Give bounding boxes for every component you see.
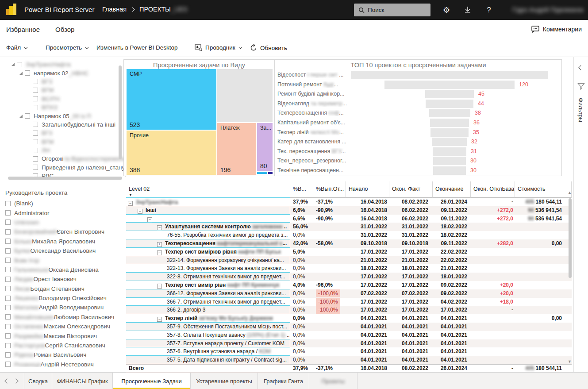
treemap-block-tiny-cyan[interactable] <box>257 172 267 174</box>
manager-slicer-item[interactable]: Лисак Богдан Степанович <box>4 284 126 293</box>
tree-item-checkbox[interactable] <box>33 105 38 110</box>
comments-button[interactable]: Комментарии <box>531 26 582 33</box>
treemap-block-platezh[interactable]: Платеж 196 <box>217 123 256 175</box>
manager-item-checkbox[interactable] <box>5 239 11 244</box>
manager-slicer-item[interactable]: Гальчинська Оксана Денисівна <box>4 265 126 274</box>
funnel-bar[interactable] <box>426 100 473 108</box>
tree-slicer-item[interactable]: Огорожі та Відеоспостереження <box>4 154 125 163</box>
help-icon[interactable]: ? <box>483 4 495 16</box>
matrix-row[interactable]: 366-7. Отримання технічних вимог до пред… <box>126 298 572 306</box>
tree-item-checkbox[interactable] <box>33 131 38 136</box>
manager-slicer-item[interactable]: Розаннця Андрій Нестерович <box>4 360 126 367</box>
manager-slicer-item[interactable]: Рідкош Роман Васильович <box>4 350 126 359</box>
manager-item-checkbox[interactable] <box>5 229 11 235</box>
row-expander-toggle[interactable]: − <box>157 317 162 322</box>
manager-item-checkbox[interactable] <box>5 267 11 272</box>
settings-gear-icon[interactable]: ⚙ <box>441 4 452 16</box>
treemap-block-smr[interactable]: СМР 523 <box>127 69 216 130</box>
nav-browse[interactable]: Обзор <box>55 26 74 33</box>
scroll-up-arrow[interactable]: ▲ <box>568 190 572 195</box>
funnel-bar[interactable] <box>384 81 515 89</box>
matrix-row[interactable]: 366-2. договір 30,0%-100,0%17.01.202217.… <box>126 306 572 314</box>
matrix-row[interactable]: −Інші6,6%-90,9%16.04.201806.02.202209.11… <box>126 206 572 215</box>
matrix-row[interactable]: 357-6. Внутрішня установча нарада / КОМ0… <box>126 347 572 356</box>
manager-slicer-item[interactable]: Безкоровайний Євген Вікторович <box>4 227 126 236</box>
tree-slicer-item[interactable]: ВГЗ <box>4 77 125 86</box>
breadcrumb-home[interactable]: Главная <box>102 6 127 13</box>
manager-item-checkbox[interactable] <box>5 305 11 310</box>
edit-in-desktop-button[interactable]: Изменить в Power BI Desktop <box>96 44 178 51</box>
tree-slicer-horizontal-scrollbar[interactable] <box>8 177 122 180</box>
tree-item-checkbox[interactable] <box>33 88 38 93</box>
tree-item-checkbox[interactable] <box>33 79 38 84</box>
tree-slicer-item[interactable]: ЗнрТрансНафта <box>4 60 125 69</box>
manager-slicer-item[interactable]: Лагдан Орест Іванович <box>4 274 126 284</box>
tree-slicer-item[interactable]: ВС/ПЧ <box>4 95 125 103</box>
tree-slicer-item[interactable]: ВГМ <box>4 86 125 94</box>
treemap-block-za[interactable]: За... 80 <box>257 123 273 171</box>
tabs-scroll-right-icon[interactable] <box>13 378 18 383</box>
manager-item-checkbox[interactable] <box>5 220 11 225</box>
manager-slicer-item[interactable]: Unknown <box>4 218 126 227</box>
funnel-bar[interactable] <box>425 90 474 98</box>
funnel-bar[interactable] <box>430 119 469 127</box>
manager-item-checkbox[interactable] <box>5 201 11 206</box>
filters-rail-label[interactable]: Фильтры <box>577 98 584 122</box>
matrix-row[interactable]: 357-8. Сплата Покупцем авансу (100%) (Ет… <box>126 331 572 339</box>
refresh-button[interactable]: Обновить <box>250 44 287 51</box>
nav-favorites[interactable]: Избранное <box>6 26 40 33</box>
tree-slicer-item[interactable]: Приведення до належн_стану <box>4 163 125 172</box>
matrix-row[interactable]: 357-9. Обстеження Постачальником місць п… <box>126 323 572 331</box>
funnel-bar[interactable] <box>433 166 466 175</box>
manager-item-checkbox[interactable] <box>5 296 11 301</box>
manager-slicer-item[interactable]: Administrator <box>4 208 126 217</box>
tree-item-checkbox[interactable] <box>25 70 30 76</box>
row-expander-toggle[interactable]: − <box>157 250 162 255</box>
matrix-row[interactable]: 322-14. Формування розрахунку очікуваної… <box>126 256 572 265</box>
matrix-row[interactable]: −Техпер ліній зв'язку Мо Буськ/у Держком… <box>126 314 572 323</box>
row-expander-toggle[interactable]: + <box>157 242 162 247</box>
treemap-block-prochie[interactable]: Прочие 388 <box>127 131 216 175</box>
user-account-name[interactable]: Гідро Андрій Підкоманок <box>512 6 584 13</box>
tree-slicer-item[interactable]: ВГЗ <box>4 129 125 137</box>
page-tab-6[interactable]: Проекты <box>309 373 357 389</box>
tree-expand-icon[interactable] <box>19 115 23 118</box>
matrix-row[interactable]: 322-8. Отримання технічних вимог до пред… <box>126 273 572 281</box>
treemap-block-hidden[interactable] <box>217 69 273 122</box>
treemap-block-tiny-navy[interactable] <box>268 172 273 174</box>
manager-item-checkbox[interactable] <box>5 258 11 263</box>
explorer-menu[interactable]: Проводник <box>195 44 241 51</box>
manager-slicer-item[interactable]: Остапенко Максим Олександрович <box>4 322 126 331</box>
tree-slicer-item[interactable]: Напрямок 05_00 із П <box>4 112 125 120</box>
manager-item-checkbox[interactable] <box>5 277 11 282</box>
funnel-bar[interactable] <box>433 157 466 165</box>
tree-item-checkbox[interactable] <box>33 96 38 101</box>
page-tab-5[interactable]: Графики Ганта <box>258 373 309 389</box>
funnel-bar[interactable] <box>432 138 467 146</box>
manager-item-checkbox[interactable] <box>5 286 11 291</box>
row-expander-toggle[interactable]: − <box>128 201 133 206</box>
matrix-row[interactable]: +Техпереоснащення нафтоперекачувальної с… <box>126 239 572 248</box>
manager-item-checkbox[interactable] <box>5 248 11 254</box>
expand-filters-chevron-icon[interactable] <box>578 65 583 70</box>
manager-slicer-item[interactable]: Булка Олександр Васильович <box>4 246 126 255</box>
tree-slicer-item[interactable]: ВГМ <box>4 138 125 146</box>
page-tab-1[interactable]: Сводка <box>24 373 52 389</box>
funnel-bar[interactable] <box>430 128 469 137</box>
tree-expand-icon[interactable] <box>19 72 23 75</box>
funnel-bar[interactable] <box>433 147 466 156</box>
tree-item-checkbox[interactable] <box>33 122 38 127</box>
download-icon[interactable] <box>462 4 473 16</box>
row-expander-toggle[interactable]: − <box>147 217 152 222</box>
row-expander-toggle[interactable]: − <box>138 209 142 214</box>
scroll-down-arrow[interactable]: ▼ <box>568 359 572 364</box>
funnel-bar[interactable] <box>351 71 548 79</box>
matrix-row[interactable]: −6,6%-90,9%16.04.201806.02.202209.11.202… <box>126 215 572 223</box>
manager-slicer-item[interactable]: (Blank) <box>4 199 126 208</box>
matrix-row[interactable]: 357-5. Дата підписання контракту / Contr… <box>126 356 572 364</box>
tree-slicer-item[interactable]: ЛН <box>4 146 125 154</box>
tabs-scroll-left-icon[interactable] <box>4 378 9 383</box>
tree-slicer-vertical-scrollbar[interactable] <box>119 65 122 159</box>
matrix-row[interactable]: 76-55. Розробка технічних вимог до предм… <box>126 231 572 239</box>
manager-item-checkbox[interactable] <box>5 352 11 358</box>
